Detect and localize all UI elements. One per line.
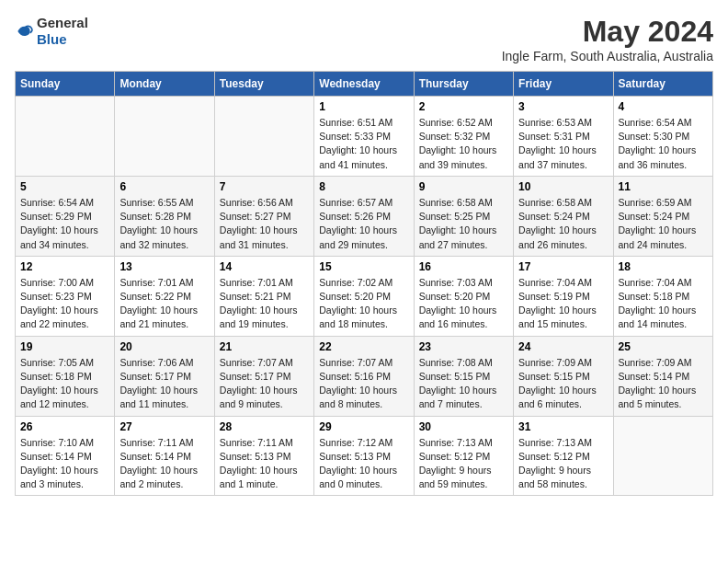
day-info: Sunrise: 7:06 AM Sunset: 5:17 PM Dayligh… (119, 356, 209, 412)
page-header: General Blue May 2024 Ingle Farm, South … (15, 15, 713, 63)
calendar-cell: 21Sunrise: 7:07 AM Sunset: 5:17 PM Dayli… (214, 336, 313, 416)
calendar-cell: 11Sunrise: 6:59 AM Sunset: 5:24 PM Dayli… (613, 176, 712, 256)
day-info: Sunrise: 6:59 AM Sunset: 5:24 PM Dayligh… (619, 196, 708, 252)
calendar-week-row: 5Sunrise: 6:54 AM Sunset: 5:29 PM Daylig… (16, 176, 713, 256)
col-header-friday: Friday (514, 72, 613, 97)
day-info: Sunrise: 7:12 AM Sunset: 5:13 PM Dayligh… (319, 436, 408, 492)
day-info: Sunrise: 7:05 AM Sunset: 5:18 PM Dayligh… (20, 356, 109, 412)
day-info: Sunrise: 7:10 AM Sunset: 5:14 PM Dayligh… (20, 436, 109, 492)
day-info: Sunrise: 7:09 AM Sunset: 5:14 PM Dayligh… (619, 356, 708, 412)
calendar-week-row: 26Sunrise: 7:10 AM Sunset: 5:14 PM Dayli… (16, 416, 713, 496)
day-number: 3 (518, 100, 608, 113)
day-number: 27 (119, 420, 209, 433)
calendar-cell: 4Sunrise: 6:54 AM Sunset: 5:30 PM Daylig… (613, 97, 712, 177)
day-number: 26 (20, 420, 109, 433)
page-subtitle: Ingle Farm, South Australia, Australia (502, 49, 713, 63)
day-info: Sunrise: 7:04 AM Sunset: 5:18 PM Dayligh… (619, 276, 708, 332)
day-number: 22 (319, 340, 408, 353)
logo-text-general: General (37, 15, 88, 30)
day-number: 20 (119, 340, 209, 353)
day-info: Sunrise: 7:11 AM Sunset: 5:13 PM Dayligh… (220, 436, 309, 492)
calendar-cell: 18Sunrise: 7:04 AM Sunset: 5:18 PM Dayli… (613, 256, 712, 336)
calendar-cell: 10Sunrise: 6:58 AM Sunset: 5:24 PM Dayli… (514, 176, 613, 256)
day-number: 6 (119, 180, 209, 193)
day-info: Sunrise: 6:53 AM Sunset: 5:31 PM Dayligh… (518, 116, 608, 172)
calendar-cell: 3Sunrise: 6:53 AM Sunset: 5:31 PM Daylig… (514, 97, 613, 177)
day-info: Sunrise: 7:07 AM Sunset: 5:17 PM Dayligh… (220, 356, 309, 412)
day-info: Sunrise: 7:08 AM Sunset: 5:15 PM Dayligh… (419, 356, 508, 412)
day-number: 24 (518, 340, 608, 353)
day-info: Sunrise: 6:52 AM Sunset: 5:32 PM Dayligh… (419, 116, 508, 172)
day-number: 16 (419, 260, 508, 273)
calendar-week-row: 1Sunrise: 6:51 AM Sunset: 5:33 PM Daylig… (16, 97, 713, 177)
calendar-cell: 9Sunrise: 6:58 AM Sunset: 5:25 PM Daylig… (414, 176, 513, 256)
logo-text-blue: Blue (37, 31, 67, 47)
col-header-tuesday: Tuesday (214, 72, 313, 97)
calendar-cell: 16Sunrise: 7:03 AM Sunset: 5:20 PM Dayli… (414, 256, 513, 336)
day-number: 31 (518, 420, 608, 433)
calendar-cell: 7Sunrise: 6:56 AM Sunset: 5:27 PM Daylig… (214, 176, 313, 256)
day-number: 30 (419, 420, 508, 433)
calendar-header-row: SundayMondayTuesdayWednesdayThursdayFrid… (16, 72, 713, 97)
calendar-cell: 30Sunrise: 7:13 AM Sunset: 5:12 PM Dayli… (414, 416, 513, 496)
day-number: 7 (220, 180, 309, 193)
calendar-cell: 29Sunrise: 7:12 AM Sunset: 5:13 PM Dayli… (314, 416, 414, 496)
day-number: 29 (319, 420, 408, 433)
col-header-monday: Monday (115, 72, 214, 97)
calendar-cell: 13Sunrise: 7:01 AM Sunset: 5:22 PM Dayli… (115, 256, 214, 336)
day-number: 18 (619, 260, 708, 273)
day-info: Sunrise: 6:57 AM Sunset: 5:26 PM Dayligh… (319, 196, 408, 252)
day-number: 11 (619, 180, 708, 193)
calendar-cell: 14Sunrise: 7:01 AM Sunset: 5:21 PM Dayli… (214, 256, 313, 336)
day-number: 13 (119, 260, 209, 273)
calendar-cell: 23Sunrise: 7:08 AM Sunset: 5:15 PM Dayli… (414, 336, 513, 416)
calendar-cell: 27Sunrise: 7:11 AM Sunset: 5:14 PM Dayli… (115, 416, 214, 496)
day-number: 2 (419, 100, 508, 113)
calendar-cell: 22Sunrise: 7:07 AM Sunset: 5:16 PM Dayli… (314, 336, 414, 416)
calendar-cell: 1Sunrise: 6:51 AM Sunset: 5:33 PM Daylig… (314, 97, 414, 177)
day-number: 19 (20, 340, 109, 353)
calendar-cell: 2Sunrise: 6:52 AM Sunset: 5:32 PM Daylig… (414, 97, 513, 177)
day-info: Sunrise: 6:56 AM Sunset: 5:27 PM Dayligh… (220, 196, 309, 252)
calendar-week-row: 12Sunrise: 7:00 AM Sunset: 5:23 PM Dayli… (16, 256, 713, 336)
day-info: Sunrise: 7:04 AM Sunset: 5:19 PM Dayligh… (518, 276, 608, 332)
day-info: Sunrise: 7:09 AM Sunset: 5:15 PM Dayligh… (518, 356, 608, 412)
calendar-cell: 20Sunrise: 7:06 AM Sunset: 5:17 PM Dayli… (115, 336, 214, 416)
calendar-cell: 25Sunrise: 7:09 AM Sunset: 5:14 PM Dayli… (613, 336, 712, 416)
day-info: Sunrise: 6:54 AM Sunset: 5:29 PM Dayligh… (20, 196, 109, 252)
calendar-cell: 31Sunrise: 7:13 AM Sunset: 5:12 PM Dayli… (514, 416, 613, 496)
calendar-cell: 5Sunrise: 6:54 AM Sunset: 5:29 PM Daylig… (16, 176, 115, 256)
day-info: Sunrise: 7:01 AM Sunset: 5:21 PM Dayligh… (220, 276, 309, 332)
day-info: Sunrise: 7:03 AM Sunset: 5:20 PM Dayligh… (419, 276, 508, 332)
day-number: 8 (319, 180, 408, 193)
calendar-cell: 8Sunrise: 6:57 AM Sunset: 5:26 PM Daylig… (314, 176, 414, 256)
calendar-cell: 19Sunrise: 7:05 AM Sunset: 5:18 PM Dayli… (16, 336, 115, 416)
day-number: 17 (518, 260, 608, 273)
day-number: 4 (619, 100, 708, 113)
calendar-cell (613, 416, 712, 496)
day-number: 5 (20, 180, 109, 193)
calendar-cell: 26Sunrise: 7:10 AM Sunset: 5:14 PM Dayli… (16, 416, 115, 496)
day-info: Sunrise: 6:51 AM Sunset: 5:33 PM Dayligh… (319, 116, 408, 172)
page-title: May 2024 (502, 15, 713, 49)
calendar-cell: 28Sunrise: 7:11 AM Sunset: 5:13 PM Dayli… (214, 416, 313, 496)
day-number: 9 (419, 180, 508, 193)
day-info: Sunrise: 7:13 AM Sunset: 5:12 PM Dayligh… (419, 436, 508, 492)
calendar-cell: 15Sunrise: 7:02 AM Sunset: 5:20 PM Dayli… (314, 256, 414, 336)
day-info: Sunrise: 7:02 AM Sunset: 5:20 PM Dayligh… (319, 276, 408, 332)
day-info: Sunrise: 6:58 AM Sunset: 5:24 PM Dayligh… (518, 196, 608, 252)
calendar-cell: 12Sunrise: 7:00 AM Sunset: 5:23 PM Dayli… (16, 256, 115, 336)
calendar-week-row: 19Sunrise: 7:05 AM Sunset: 5:18 PM Dayli… (16, 336, 713, 416)
day-number: 23 (419, 340, 508, 353)
day-number: 10 (518, 180, 608, 193)
day-number: 1 (319, 100, 408, 113)
calendar-cell: 24Sunrise: 7:09 AM Sunset: 5:15 PM Dayli… (514, 336, 613, 416)
calendar-cell (16, 97, 115, 177)
title-block: May 2024 Ingle Farm, South Australia, Au… (502, 15, 713, 63)
day-info: Sunrise: 7:01 AM Sunset: 5:22 PM Dayligh… (119, 276, 209, 332)
day-info: Sunrise: 6:58 AM Sunset: 5:25 PM Dayligh… (419, 196, 508, 252)
logo-icon (15, 22, 33, 40)
calendar-cell: 6Sunrise: 6:55 AM Sunset: 5:28 PM Daylig… (115, 176, 214, 256)
calendar-table: SundayMondayTuesdayWednesdayThursdayFrid… (15, 71, 713, 496)
day-info: Sunrise: 6:54 AM Sunset: 5:30 PM Dayligh… (619, 116, 708, 172)
